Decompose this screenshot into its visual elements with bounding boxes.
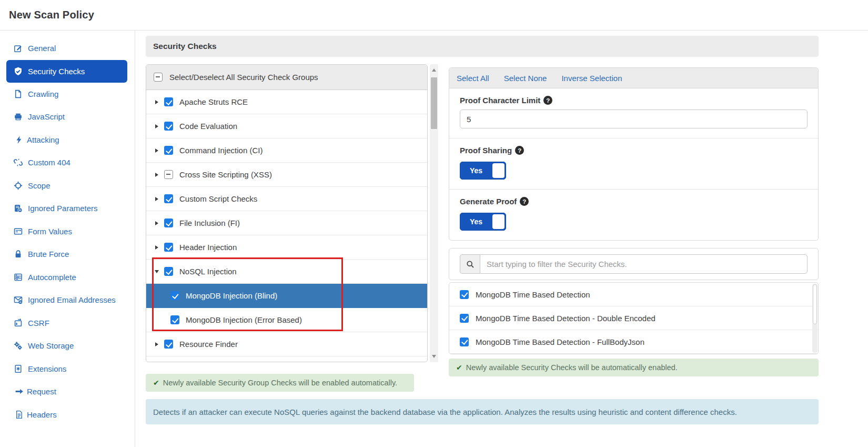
group-checkbox[interactable] xyxy=(164,218,173,227)
check-row-mongodb-time-based-detection-fullbodyjson[interactable]: MongoDB Time Based Detection - FullBodyJ… xyxy=(449,330,818,354)
expand-caret-icon[interactable] xyxy=(155,173,158,177)
toggle-knob[interactable] xyxy=(492,163,504,178)
expand-caret-icon[interactable] xyxy=(155,245,158,250)
group-row-header-injection[interactable]: Header Injection xyxy=(146,235,427,260)
expand-caret-icon[interactable] xyxy=(155,342,158,346)
group-checkbox[interactable] xyxy=(164,170,173,179)
check-row-mongodb-time-based-detection[interactable]: MongoDB Time Based Detection xyxy=(449,283,818,306)
group-checkbox[interactable] xyxy=(164,340,173,349)
check-checkbox[interactable] xyxy=(460,314,469,323)
check-label: MongoDB Injection (Blind) xyxy=(186,291,277,300)
sidebar-item-custom-404[interactable]: Custom 404 xyxy=(0,151,135,174)
check-row-mongodb-injection-error-based[interactable]: MongoDB Injection (Error Based) xyxy=(146,308,427,332)
page-icon xyxy=(14,90,23,98)
check-row-mongodb-injection-blind[interactable]: MongoDB Injection (Blind) xyxy=(146,284,427,308)
sidebar-item-security-checks[interactable]: Security Checks xyxy=(6,60,127,83)
collapse-caret-icon[interactable] xyxy=(155,270,159,273)
help-icon[interactable]: ? xyxy=(543,96,552,105)
sidebar-item-web-storage[interactable]: Web Storage xyxy=(0,334,135,357)
scroll-up-icon[interactable] xyxy=(432,68,436,72)
sidebar-item-request[interactable]: Request xyxy=(0,380,135,403)
select-deselect-all-row[interactable]: Select/Deselect All Security Check Group… xyxy=(146,65,427,90)
sidebar-item-label: Ignored Email Addresses xyxy=(28,295,116,304)
proof-character-limit-input[interactable] xyxy=(460,110,808,128)
check-checkbox[interactable] xyxy=(460,337,469,346)
check-row-mongodb-time-based-detection-double-encoded[interactable]: MongoDB Time Based Detection - Double En… xyxy=(449,306,818,330)
select-none-link[interactable]: Select None xyxy=(504,74,547,83)
group-checkbox[interactable] xyxy=(164,267,173,276)
expand-caret-icon[interactable] xyxy=(155,148,158,153)
gears-icon xyxy=(14,341,23,350)
group-checkbox[interactable] xyxy=(164,146,173,155)
select-all-groups-checkbox[interactable] xyxy=(154,73,163,82)
scrollbar-thumb[interactable] xyxy=(431,77,437,129)
group-row-nosql-injection[interactable]: NoSQL Injection xyxy=(146,260,427,284)
generate-proof-toggle[interactable]: Yes xyxy=(460,213,506,231)
check-checkbox[interactable] xyxy=(460,290,469,299)
section-header: Security Checks xyxy=(146,36,819,57)
arrows-square-icon xyxy=(14,319,23,327)
group-row-cross-site-scripting[interactable]: Cross Site Scripting (XSS) xyxy=(146,163,427,187)
groups-auto-enable-note: ✔ Newly available Security Group Checks … xyxy=(146,374,414,392)
sidebar-item-extensions[interactable]: Extensions xyxy=(0,357,135,381)
form-icon xyxy=(14,227,23,236)
toggle-state-label: Yes xyxy=(460,162,492,179)
sidebar-item-label: Request xyxy=(27,387,56,396)
sidebar-item-label: Security Checks xyxy=(28,67,85,76)
help-icon[interactable]: ? xyxy=(515,146,524,155)
group-label: File Inclusion (FI) xyxy=(179,218,240,227)
check-checkbox[interactable] xyxy=(170,315,179,324)
sidebar-item-label: Autocomplete xyxy=(28,273,76,282)
sidebar-item-attacking[interactable]: Attacking xyxy=(0,128,135,152)
groups-list-scrollbar[interactable] xyxy=(430,64,438,362)
filter-checks-input[interactable] xyxy=(480,254,808,274)
new-scan-policy-window: New Scan Policy General Security Checks … xyxy=(0,0,868,447)
expand-caret-icon[interactable] xyxy=(155,221,158,225)
proof-character-limit-section: Proof Character Limit ? xyxy=(449,88,818,138)
check-checkbox[interactable] xyxy=(170,291,179,300)
sidebar-item-brute-force[interactable]: Brute Force xyxy=(0,243,135,266)
group-description-bar: Detects if an attacker can execute NoSQL… xyxy=(146,399,819,424)
inverse-selection-link[interactable]: Inverse Selection xyxy=(561,74,622,83)
group-checkbox[interactable] xyxy=(164,243,173,252)
expand-caret-icon[interactable] xyxy=(155,100,158,104)
group-checkbox[interactable] xyxy=(164,97,173,106)
sidebar-item-ignored-email-addresses[interactable]: Ignored Email Addresses xyxy=(0,289,135,312)
group-checkbox[interactable] xyxy=(164,122,173,131)
sidebar-item-csrf[interactable]: CSRF xyxy=(0,312,135,335)
checks-list-scrollbar[interactable] xyxy=(812,284,817,353)
help-icon[interactable]: ? xyxy=(520,197,529,206)
toggle-state-label: Yes xyxy=(460,213,492,230)
sidebar-item-headers[interactable]: Headers xyxy=(0,403,135,426)
scrollbar-thumb[interactable] xyxy=(813,284,817,324)
sidebar-item-label: Scope xyxy=(28,181,51,190)
sidebar-item-label: Custom 404 xyxy=(28,158,70,167)
select-all-link[interactable]: Select All xyxy=(457,74,489,83)
sidebar-item-scope[interactable]: Scope xyxy=(0,174,135,197)
group-row-custom-script-checks[interactable]: Custom Script Checks xyxy=(146,187,427,211)
group-checkbox[interactable] xyxy=(164,194,173,203)
sidebar-item-ignored-parameters[interactable]: Ignored Parameters xyxy=(0,197,135,220)
group-row-file-inclusion[interactable]: File Inclusion (FI) xyxy=(146,211,427,235)
check-label: MongoDB Injection (Error Based) xyxy=(186,315,302,324)
expand-caret-icon[interactable] xyxy=(155,124,158,128)
settings-sidebar: General Security Checks Crawling JavaScr… xyxy=(0,31,135,447)
proof-sharing-toggle[interactable]: Yes xyxy=(460,162,506,180)
sidebar-item-form-values[interactable]: Form Values xyxy=(0,220,135,243)
group-row-command-injection[interactable]: Command Injection (CI) xyxy=(146,138,427,163)
sidebar-item-label: Headers xyxy=(27,410,57,419)
sidebar-item-autocomplete[interactable]: Autocomplete xyxy=(0,266,135,289)
sidebar-item-javascript[interactable]: JavaScript xyxy=(0,105,135,128)
group-row-resource-finder[interactable]: Resource Finder xyxy=(146,332,427,356)
broken-link-icon xyxy=(14,158,23,167)
sidebar-item-general[interactable]: General xyxy=(0,37,135,60)
scroll-down-icon[interactable] xyxy=(432,355,436,358)
sidebar-item-crawling[interactable]: Crawling xyxy=(0,83,135,106)
proof-character-limit-label: Proof Character Limit xyxy=(460,96,540,105)
lightning-icon xyxy=(15,135,24,144)
lock-icon xyxy=(14,250,23,259)
group-row-apache-struts-rce[interactable]: Apache Struts RCE xyxy=(146,90,427,114)
expand-caret-icon[interactable] xyxy=(155,197,158,201)
group-row-code-evaluation[interactable]: Code Evaluation xyxy=(146,114,427,138)
toggle-knob[interactable] xyxy=(492,214,504,229)
